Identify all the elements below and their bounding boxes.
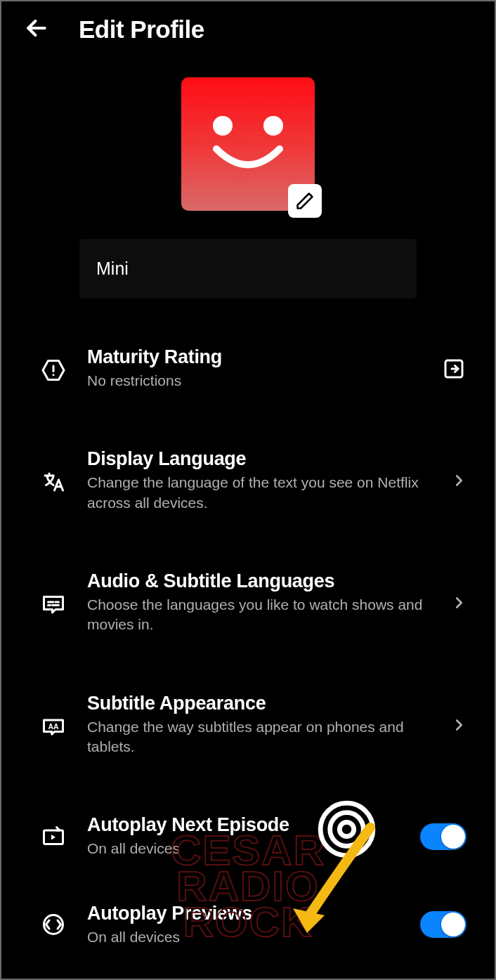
- pencil-icon: [295, 191, 315, 211]
- setting-title: Audio & Subtitle Languages: [87, 570, 433, 592]
- setting-title: Autoplay Previews: [87, 903, 402, 925]
- page-title: Edit Profile: [79, 15, 204, 44]
- subtitle-appearance-icon: AA: [38, 714, 69, 739]
- language-icon: [38, 469, 69, 495]
- setting-maturity-rating[interactable]: Maturity Rating No restrictions: [38, 338, 466, 399]
- previews-icon: [38, 912, 69, 937]
- chevron-right-icon: [451, 595, 466, 610]
- back-icon[interactable]: [22, 14, 51, 45]
- svg-point-1: [53, 374, 55, 376]
- chevron-right-icon: [451, 473, 466, 488]
- setting-subtitle: On all devices: [87, 927, 402, 947]
- external-link-icon: [441, 356, 466, 381]
- setting-title: Maturity Rating: [87, 346, 423, 368]
- setting-audio-subtitle-languages[interactable]: Audio & Subtitle Languages Choose the la…: [38, 562, 466, 643]
- setting-subtitle-appearance[interactable]: AA Subtitle Appearance Change the way su…: [38, 684, 466, 766]
- chevron-right-icon: [451, 717, 466, 733]
- autoplay-previews-toggle[interactable]: [420, 911, 466, 938]
- header: Edit Profile: [1, 1, 495, 58]
- avatar[interactable]: [181, 77, 315, 211]
- setting-title: Display Language: [87, 448, 433, 470]
- subtitle-icon: [38, 592, 69, 617]
- setting-subtitle: Choose the languages you like to watch s…: [87, 595, 433, 635]
- setting-title: Subtitle Appearance: [87, 693, 433, 714]
- setting-title: Autoplay Next Episode: [87, 814, 402, 836]
- setting-subtitle: Change the language of the text you see …: [87, 473, 433, 513]
- edit-avatar-button[interactable]: [288, 184, 322, 218]
- setting-display-language[interactable]: Display Language Change the language of …: [38, 440, 466, 521]
- next-episode-icon: [38, 824, 69, 849]
- svg-text:AA: AA: [48, 721, 59, 730]
- name-field-wrap: [1, 239, 495, 299]
- setting-autoplay-previews: Autoplay Previews On all devices: [38, 894, 466, 955]
- profile-name-input[interactable]: [79, 239, 417, 299]
- setting-subtitle: On all devices: [87, 839, 402, 858]
- setting-subtitle: Change the way subtitles appear on phone…: [87, 717, 433, 757]
- setting-subtitle: No restrictions: [87, 371, 423, 391]
- warning-hexagon-icon: [38, 358, 69, 383]
- autoplay-next-toggle[interactable]: [420, 823, 466, 850]
- setting-autoplay-next-episode: Autoplay Next Episode On all devices: [38, 806, 466, 867]
- avatar-section: [1, 77, 495, 211]
